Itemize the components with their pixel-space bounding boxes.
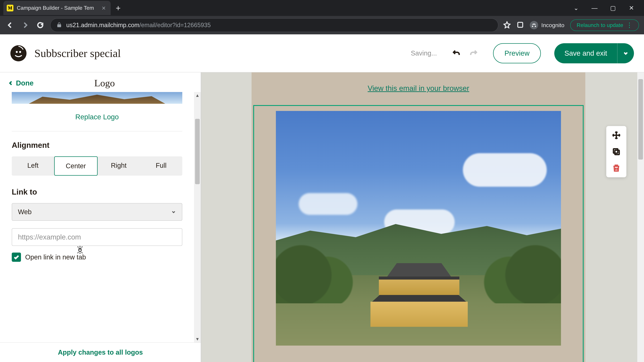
browser-tab[interactable]: 𝐌 Campaign Builder - Sample Tem × xyxy=(3,1,111,15)
logo-thumbnail[interactable] xyxy=(12,92,182,104)
link-to-label: Link to xyxy=(12,187,182,196)
alignment-full[interactable]: Full xyxy=(140,156,182,176)
menu-dots-icon: ⋮ xyxy=(626,24,632,27)
save-dropdown-button[interactable] xyxy=(617,43,634,63)
svg-rect-7 xyxy=(615,150,619,155)
window-close-icon[interactable]: ✕ xyxy=(627,4,636,11)
tab-search-icon[interactable]: ⌄ xyxy=(572,4,580,11)
chevron-down-icon xyxy=(171,210,176,215)
reload-button[interactable] xyxy=(35,20,45,30)
svg-point-3 xyxy=(19,51,21,53)
alignment-group: Left Center Right Full xyxy=(12,156,182,176)
replace-logo-button[interactable]: Replace Logo xyxy=(12,104,182,131)
divider xyxy=(12,131,182,131)
url-box[interactable]: us21.admin.mailchimp.com/email/editor?id… xyxy=(50,18,498,32)
saving-status: Saving... xyxy=(411,49,437,57)
mailchimp-logo-icon[interactable] xyxy=(10,45,27,62)
favicon-icon: 𝐌 xyxy=(7,5,14,11)
canvas-scrollbar[interactable] xyxy=(637,72,644,362)
sidebar: Done Logo Replace Logo Alignment Left Ce… xyxy=(0,72,201,362)
relaunch-button[interactable]: Relaunch to update ⋮ xyxy=(570,19,639,31)
alignment-label: Alignment xyxy=(12,141,182,150)
window-minimize-icon[interactable]: — xyxy=(590,4,599,11)
delete-block-button[interactable] xyxy=(610,162,622,174)
logo-image xyxy=(276,111,561,346)
link-type-select[interactable]: Web xyxy=(12,203,182,221)
move-block-button[interactable] xyxy=(610,129,622,141)
logo-block-selected[interactable] xyxy=(253,105,584,362)
checkbox-icon xyxy=(12,253,21,262)
incognito-icon xyxy=(530,21,538,29)
forward-button[interactable] xyxy=(20,20,30,30)
preview-button[interactable]: Preview xyxy=(493,43,541,63)
sidebar-panel-title: Logo xyxy=(34,77,192,89)
bookmark-icon[interactable] xyxy=(503,21,511,29)
svg-point-1 xyxy=(10,45,26,61)
new-tab-button[interactable]: + xyxy=(111,3,126,13)
duplicate-block-button[interactable] xyxy=(610,146,622,158)
view-in-browser-link[interactable]: View this email in your browser xyxy=(368,84,469,92)
block-tools xyxy=(606,126,626,177)
email-canvas: View this email in your browser xyxy=(201,72,644,362)
undo-button[interactable] xyxy=(451,48,461,58)
canvas-scrollbar-thumb[interactable] xyxy=(638,79,643,160)
url-text: us21.admin.mailchimp.com/email/editor?id… xyxy=(66,22,211,29)
back-button[interactable] xyxy=(5,20,15,30)
email-wrap: View this email in your browser xyxy=(252,72,585,362)
browser-tab-bar: 𝐌 Campaign Builder - Sample Tem × + ⌄ — … xyxy=(0,0,644,16)
campaign-title[interactable]: Subbscriber special xyxy=(34,47,121,60)
app-header: Subbscriber special Saving... Preview Sa… xyxy=(0,34,644,72)
alignment-left[interactable]: Left xyxy=(12,156,54,176)
scrollbar-thumb[interactable] xyxy=(195,119,200,184)
svg-rect-0 xyxy=(518,22,523,27)
alignment-right[interactable]: Right xyxy=(98,156,140,176)
alignment-center[interactable]: Center xyxy=(54,156,98,176)
link-url-input[interactable] xyxy=(12,228,182,246)
save-and-exit-button[interactable]: Save and exit xyxy=(554,43,617,63)
extensions-icon[interactable] xyxy=(516,21,524,29)
scroll-up-icon[interactable]: ▲ xyxy=(194,92,201,99)
scroll-down-icon[interactable]: ▼ xyxy=(194,336,201,343)
apply-all-button[interactable]: Apply changes to all logos xyxy=(0,343,201,362)
lock-icon xyxy=(56,22,62,28)
window-maximize-icon[interactable]: ▢ xyxy=(609,4,617,11)
tab-title: Campaign Builder - Sample Tem xyxy=(17,5,94,11)
svg-point-2 xyxy=(16,51,18,53)
redo-button[interactable] xyxy=(469,48,479,58)
tab-close-icon[interactable]: × xyxy=(102,5,106,11)
sidebar-scrollbar[interactable]: ▲ ▼ xyxy=(194,92,201,343)
incognito-indicator: Incognito xyxy=(530,21,564,29)
open-new-tab-checkbox[interactable]: Open link in new tab xyxy=(12,253,182,262)
done-button[interactable]: Done xyxy=(8,79,34,87)
address-bar: us21.admin.mailchimp.com/email/editor?id… xyxy=(0,16,644,34)
svg-rect-6 xyxy=(614,149,618,153)
